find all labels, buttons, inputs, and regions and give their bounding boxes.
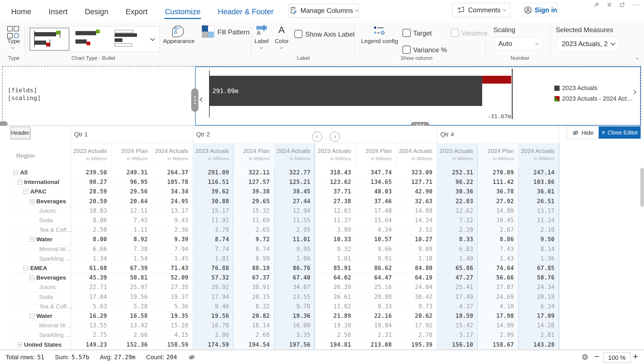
table-cell[interactable]: 7.74 [193, 246, 229, 252]
chevron-down-icon[interactable] [260, 46, 263, 49]
table-cell[interactable]: 16.00 [274, 322, 311, 329]
region-column-header[interactable]: Region [16, 152, 35, 159]
tab-customize[interactable]: Customize [164, 4, 201, 19]
table-cell[interactable]: 123.62 [315, 179, 351, 185]
table-cell[interactable]: 13.92 [112, 322, 148, 329]
table-cell[interactable]: 9.73 [396, 303, 433, 310]
chevron-down-icon[interactable] [280, 46, 283, 49]
table-cell[interactable]: 322.11 [233, 169, 270, 176]
table-cell[interactable]: 37.46 [356, 198, 392, 205]
table-cell[interactable]: 13.55 [71, 322, 107, 329]
measure-column-header[interactable]: 2024 Actualsin Millions [274, 148, 311, 162]
bullet-chart-canvas[interactable]: 291.09m -31.67m 2023 Actuals2023 Actuals… [195, 67, 641, 126]
table-cell[interactable]: 4.34 [356, 226, 392, 233]
table-cell[interactable]: 111.42 [478, 179, 514, 185]
table-cell[interactable]: 2.50 [315, 332, 351, 338]
table-cell[interactable]: 9.32 [315, 246, 351, 252]
table-cell[interactable]: 22.03 [437, 198, 473, 205]
bullet-chart-thumb-3[interactable] [112, 28, 150, 49]
table-cell[interactable]: 323.09 [396, 169, 433, 176]
table-row[interactable]: Sparkling …2.752.664.152.862.683.352.502… [0, 330, 559, 340]
table-cell[interactable]: 45.39 [71, 274, 107, 281]
table-row[interactable]: Soda17.0419.5619.3717.9420.1523.5526.612… [0, 292, 559, 302]
table-row[interactable]: Beverages20.5920.6424.9530.8829.6527.442… [0, 197, 559, 206]
table-cell[interactable]: 16.29 [71, 313, 107, 319]
table-cell[interactable]: 67.40 [274, 274, 311, 281]
chart-type-icon[interactable] [7, 26, 20, 38]
table-cell[interactable]: 17.48 [356, 207, 392, 214]
table-cell[interactable]: 2.81 [518, 332, 555, 338]
table-cell[interactable]: 12.03 [315, 207, 351, 214]
table-cell[interactable]: 21.89 [315, 313, 351, 319]
more-icon[interactable]: ··· [632, 1, 640, 8]
table-cell[interactable]: 152.36 [112, 341, 148, 348]
ribbon-collapse-icon[interactable] [636, 56, 639, 59]
chevron-down-icon[interactable] [11, 46, 14, 49]
table-row[interactable]: Mineral W…6.667.387.947.748.749.959.329.… [0, 244, 559, 254]
table-cell[interactable]: 1.18 [396, 255, 433, 262]
table-cell[interactable]: 96.95 [112, 179, 148, 185]
table-cell[interactable]: 18.14 [233, 322, 270, 329]
table-cell[interactable]: 2.50 [71, 226, 107, 233]
table-cell[interactable]: 2.70 [396, 332, 433, 338]
variance-bar[interactable] [482, 76, 511, 84]
sign-in-button[interactable]: Sign in [523, 3, 558, 17]
table-cell[interactable]: 143.28 [518, 341, 555, 348]
table-cell[interactable]: 7.42 [112, 217, 148, 224]
table-cell[interactable]: 38.91 [233, 284, 270, 290]
table-cell[interactable]: 47.27 [437, 274, 473, 281]
table-row[interactable]: Juices22.7125.9727.3529.9238.9134.0726.3… [0, 282, 559, 292]
table-cell[interactable]: 76.88 [193, 265, 229, 271]
table-row[interactable]: International90.2796.95105.78116.51127.5… [0, 177, 559, 187]
measure-column-header[interactable]: 2024 Planin Millions [356, 148, 392, 162]
table-cell[interactable]: 2.67 [478, 226, 514, 233]
table-cell[interactable]: 24.04 [396, 284, 433, 290]
type-button-label[interactable]: Type [4, 38, 23, 44]
measure-column-header[interactable]: 2024 Actualsin Millions [518, 148, 555, 162]
legend-config-icon[interactable]: ⚙ [374, 26, 386, 36]
tab-design[interactable]: Design [84, 4, 109, 19]
table-cell[interactable]: 2.75 [71, 332, 107, 338]
table-cell[interactable]: 14.99 [478, 322, 514, 329]
measure-column-header[interactable]: 2023 Actualsin Millions [315, 148, 351, 162]
target-label[interactable]: Target [413, 29, 432, 37]
table-cell[interactable]: 9.46 [193, 303, 229, 310]
table-cell[interactable]: 291.09 [193, 169, 229, 176]
table-row[interactable]: United States149.23152.36158.59174.59194… [0, 340, 559, 349]
table-cell[interactable]: 270.09 [478, 169, 514, 176]
table-cell[interactable]: 10.45 [478, 217, 514, 224]
table-cell[interactable]: 15.20 [152, 322, 188, 329]
quarter-group-label[interactable]: Qtr 2 [196, 131, 210, 138]
appearance-label[interactable]: Appearance [158, 38, 200, 44]
target-checkbox[interactable] [402, 29, 411, 37]
tab-insert[interactable]: Insert [48, 4, 68, 19]
table-cell[interactable]: 85.91 [315, 265, 351, 271]
table-cell[interactable]: 125.21 [274, 179, 311, 185]
fill-pattern-label[interactable]: Fill Pattern [217, 28, 250, 36]
table-cell[interactable]: 17.94 [193, 294, 229, 300]
table-row[interactable]: Water8.008.929.398.749.7211.0110.3310.57… [0, 235, 559, 244]
measure-column-header[interactable]: 2024 Actualsin Millions [396, 148, 433, 162]
collapse-toggle-icon[interactable] [17, 342, 22, 347]
color-icon[interactable]: A [278, 24, 285, 35]
close-editor-button[interactable]: × Close Editor [599, 126, 641, 139]
table-cell[interactable]: 42.90 [396, 188, 433, 195]
table-cell[interactable]: 24.95 [152, 198, 188, 205]
table-cell[interactable]: 6.83 [437, 246, 473, 252]
table-cell[interactable]: 27.44 [274, 198, 311, 205]
table-cell[interactable]: 11.37 [315, 217, 351, 224]
table-cell[interactable]: 1.01 [315, 255, 351, 262]
table-cell[interactable]: 158.59 [152, 341, 188, 348]
table-cell[interactable]: 2.31 [356, 332, 392, 338]
table-cell[interactable]: 3.79 [193, 226, 229, 233]
measure-column-header[interactable]: 2023 Actualsin Millions [193, 148, 229, 162]
table-cell[interactable]: 22.16 [356, 313, 392, 319]
table-cell[interactable]: 4.10 [478, 303, 514, 310]
vertical-scrollbar-thumb[interactable] [640, 168, 644, 207]
zoom-level-box[interactable]: 100 % [603, 353, 631, 363]
table-cell[interactable]: 15.42 [437, 322, 473, 329]
table-cell[interactable]: 6.24 [518, 303, 555, 310]
table-cell[interactable]: 50.81 [112, 274, 148, 281]
table-row[interactable]: All239.50249.31264.37291.09322.11322.773… [0, 168, 559, 177]
table-cell[interactable]: 8.00 [71, 236, 107, 243]
